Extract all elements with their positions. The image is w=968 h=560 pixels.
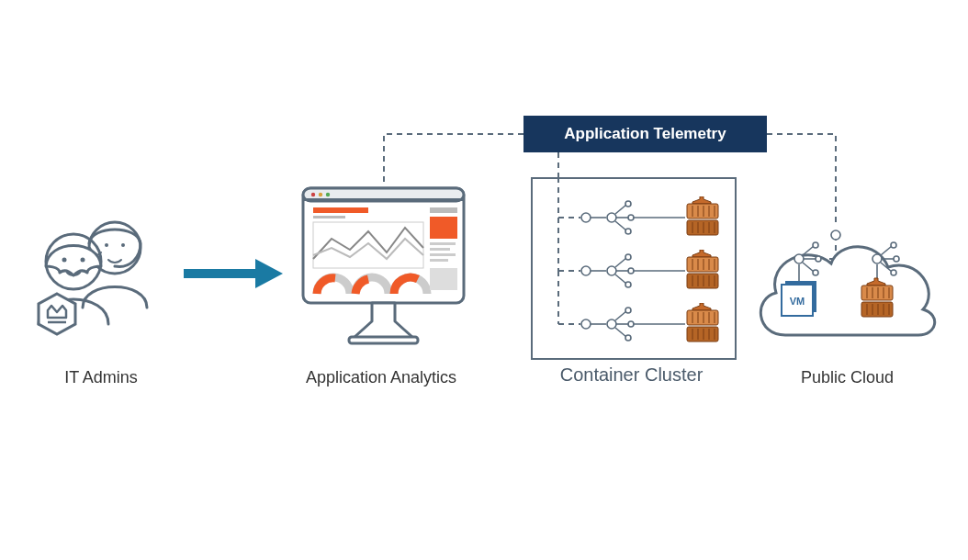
cluster-row-3 [577,303,728,345]
svg-rect-20 [430,207,457,213]
cloud-inner: VM [767,228,941,347]
svg-point-55 [628,268,634,274]
svg-point-100 [813,270,818,275]
svg-point-33 [628,215,634,220]
svg-point-96 [813,242,818,248]
svg-point-2 [121,243,125,247]
container-cluster-label: Container Cluster [528,364,735,386]
svg-rect-17 [313,207,368,213]
svg-rect-82 [687,327,718,342]
svg-marker-6 [39,294,75,334]
cluster-row-1 [577,196,728,239]
app-analytics-label: Application Analytics [276,368,487,387]
svg-line-99 [803,263,814,272]
svg-point-77 [628,321,634,327]
svg-rect-60 [687,274,718,288]
svg-point-75 [625,308,631,313]
svg-rect-21 [430,217,457,239]
svg-point-29 [607,213,616,222]
svg-point-31 [625,201,631,207]
svg-rect-22 [430,242,456,245]
svg-point-57 [625,282,631,287]
it-admins-label: IT Admins [46,368,156,387]
svg-rect-59 [687,257,718,272]
svg-point-27 [581,213,591,222]
svg-point-35 [625,229,631,234]
svg-marker-9 [255,259,283,288]
svg-rect-26 [430,268,457,290]
svg-point-53 [625,254,631,260]
svg-point-73 [607,319,616,329]
svg-rect-114 [861,302,893,317]
telemetry-box: Application Telemetry [523,116,767,152]
svg-text:VM: VM [790,296,805,307]
svg-line-95 [803,246,814,255]
svg-line-107 [881,263,892,272]
svg-point-13 [311,193,315,196]
svg-point-106 [894,256,899,262]
svg-rect-23 [430,248,450,251]
svg-point-4 [62,258,67,263]
svg-point-71 [581,319,591,329]
public-cloud-label: Public Cloud [767,368,928,387]
svg-point-98 [816,256,821,262]
svg-line-78 [615,328,626,337]
svg-rect-12 [303,198,464,201]
svg-rect-38 [687,220,718,235]
analytics-monitor-icon [298,184,468,349]
svg-point-108 [891,270,896,275]
svg-rect-16 [349,337,418,343]
svg-line-30 [615,205,626,214]
svg-line-52 [615,258,626,267]
svg-point-104 [891,242,896,248]
cloud-container-icon [861,278,893,317]
svg-point-5 [81,258,85,263]
svg-point-93 [831,230,840,240]
it-admins-icon [28,207,174,344]
svg-point-49 [581,266,591,275]
cluster-row-2 [577,250,728,292]
telemetry-label: Application Telemetry [564,125,726,143]
svg-point-94 [794,254,804,263]
svg-rect-81 [687,310,718,325]
arrow-icon [184,255,285,292]
svg-point-79 [625,335,631,341]
svg-point-1 [105,243,108,247]
svg-line-74 [615,311,626,320]
svg-point-14 [319,193,322,196]
svg-point-102 [872,254,882,263]
svg-point-51 [607,266,616,275]
svg-rect-113 [861,286,893,300]
svg-line-34 [615,221,626,230]
svg-rect-24 [430,253,456,256]
svg-point-15 [326,193,330,196]
svg-line-103 [881,246,892,255]
svg-rect-18 [313,216,345,218]
svg-line-56 [615,274,626,284]
svg-rect-37 [687,204,718,218]
vm-icon: VM [782,281,816,316]
svg-rect-25 [430,259,448,262]
